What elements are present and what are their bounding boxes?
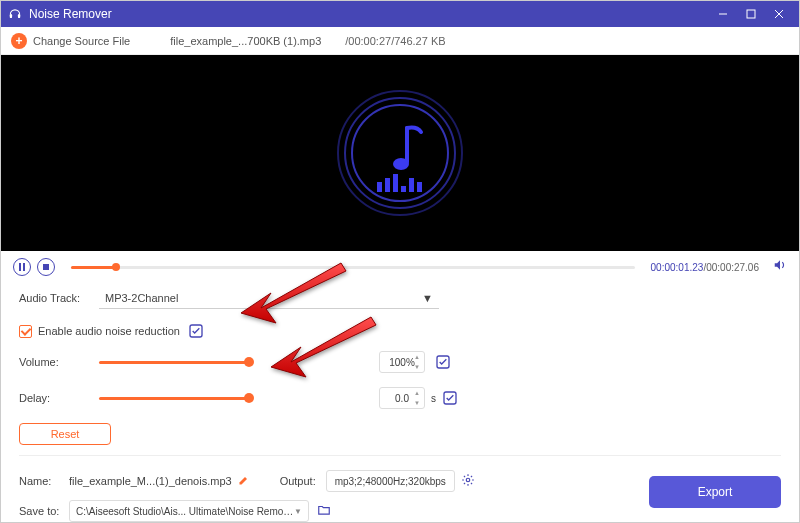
enable-noise-reduction-label: Enable audio noise reduction: [38, 325, 180, 337]
audio-track-select[interactable]: MP3-2Channel ▼: [99, 287, 439, 309]
delay-slider[interactable]: [99, 397, 249, 400]
spin-down-icon[interactable]: ▼: [414, 400, 422, 406]
maximize-button[interactable]: [737, 1, 765, 27]
minimize-button[interactable]: [709, 1, 737, 27]
delay-value-stepper[interactable]: 0.0 ▲▼: [379, 387, 425, 409]
reset-button[interactable]: Reset: [19, 423, 111, 445]
saveto-value: C:\Aiseesoft Studio\Ais... Ultimate\Nois…: [76, 506, 294, 517]
stop-button[interactable]: [37, 258, 55, 276]
name-label: Name:: [19, 475, 69, 487]
chevron-down-icon: ▼: [422, 292, 433, 304]
volume-icon[interactable]: [773, 258, 787, 276]
app-title: Noise Remover: [29, 7, 112, 21]
current-time: 00:00:01.23: [651, 262, 704, 273]
output-name-value: file_example_M...(1)_denois.mp3: [69, 475, 232, 487]
save-to-select[interactable]: C:\Aiseesoft Studio\Ais... Ultimate\Nois…: [69, 500, 309, 522]
delay-unit: s: [431, 393, 436, 404]
svg-rect-12: [393, 174, 398, 192]
volume-value: 100%: [389, 357, 415, 368]
edit-name-icon[interactable]: [238, 474, 250, 488]
pause-button[interactable]: [13, 258, 31, 276]
apply-delay-icon[interactable]: [442, 390, 458, 406]
volume-value-stepper[interactable]: 100% ▲▼: [379, 351, 425, 373]
output-format-value: mp3;2;48000Hz;320kbps: [335, 476, 446, 487]
change-source-button[interactable]: +: [11, 33, 27, 49]
source-meta: /00:00:27/746.27 KB: [345, 35, 445, 47]
delay-label: Delay:: [19, 392, 99, 404]
svg-rect-16: [19, 263, 21, 271]
media-preview: [1, 55, 799, 251]
time-display: 00:00:01.23/00:00:27.06: [651, 262, 759, 273]
delay-value: 0.0: [395, 393, 409, 404]
app-logo-icon: [7, 6, 23, 22]
svg-point-22: [466, 478, 470, 482]
seek-slider[interactable]: [71, 266, 635, 269]
enable-noise-reduction-checkbox[interactable]: [19, 325, 32, 338]
svg-rect-15: [417, 182, 422, 192]
svg-point-8: [352, 105, 448, 201]
settings-panel: Audio Track: MP3-2Channel ▼ Enable audio…: [1, 277, 799, 470]
spin-up-icon[interactable]: ▲: [414, 354, 422, 360]
audio-track-value: MP3-2Channel: [105, 292, 178, 304]
open-folder-icon[interactable]: [317, 503, 331, 519]
spin-down-icon[interactable]: ▼: [414, 364, 422, 370]
titlebar: Noise Remover: [1, 1, 799, 27]
change-source-label[interactable]: Change Source File: [33, 35, 130, 47]
svg-rect-13: [401, 186, 406, 192]
delay-row: Delay: 0.0 ▲▼ s: [19, 387, 781, 409]
apply-volume-icon[interactable]: [435, 354, 451, 370]
close-button[interactable]: [765, 1, 793, 27]
svg-rect-18: [43, 264, 49, 270]
output-label: Output:: [280, 475, 326, 487]
svg-point-7: [345, 98, 455, 208]
volume-slider[interactable]: [99, 361, 249, 364]
output-settings-icon[interactable]: [461, 473, 475, 489]
svg-rect-10: [377, 182, 382, 192]
source-filename: file_example_...700KB (1).mp3: [170, 35, 321, 47]
spin-up-icon[interactable]: ▲: [414, 390, 422, 396]
audio-track-row: Audio Track: MP3-2Channel ▼: [19, 287, 781, 309]
export-button[interactable]: Export: [649, 476, 781, 508]
svg-rect-3: [747, 10, 755, 18]
source-header: + Change Source File file_example_...700…: [1, 27, 799, 55]
svg-point-9: [393, 158, 409, 170]
audio-track-label: Audio Track:: [19, 292, 99, 304]
saveto-label: Save to:: [19, 505, 69, 517]
volume-row: Volume: 100% ▲▼: [19, 351, 781, 373]
chevron-down-icon: ▼: [294, 507, 302, 516]
annotation-arrow-2: [261, 307, 381, 387]
enable-noise-reduction-row: Enable audio noise reduction: [19, 323, 781, 339]
svg-rect-11: [385, 178, 390, 192]
svg-rect-14: [409, 178, 414, 192]
svg-rect-0: [10, 14, 12, 18]
volume-label: Volume:: [19, 356, 99, 368]
svg-rect-1: [18, 14, 20, 18]
apply-noise-reduction-icon[interactable]: [188, 323, 204, 339]
player-bar: 00:00:01.23/00:00:27.06: [1, 251, 799, 277]
total-time: /00:00:27.06: [703, 262, 759, 273]
svg-rect-17: [23, 263, 25, 271]
svg-point-6: [338, 91, 462, 215]
output-format-select[interactable]: mp3;2;48000Hz;320kbps: [326, 470, 455, 492]
audio-placeholder-icon: [325, 78, 475, 228]
